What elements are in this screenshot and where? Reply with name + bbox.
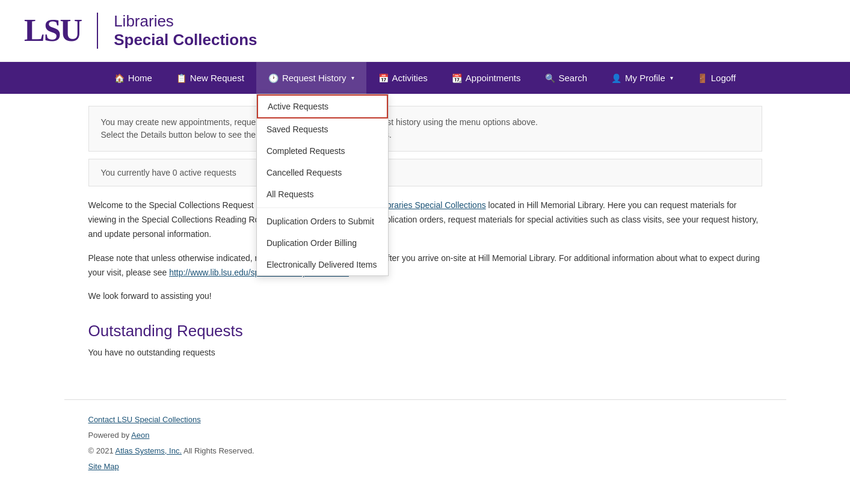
nav-label-appointments: Appointments: [466, 73, 521, 83]
nav-item-home[interactable]: 🏠 Home: [102, 62, 164, 94]
logo-lsu: LSU: [24, 15, 81, 46]
welcome-paragraph2: Please note that unless otherwise indica…: [88, 251, 762, 280]
nav-label-activities: Activities: [392, 73, 428, 83]
info-box: You may create new appointments, request…: [88, 106, 762, 152]
no-requests-text: You have no outstanding requests: [88, 348, 762, 357]
footer-content: Contact LSU Special Collections Powered …: [64, 399, 786, 487]
nav-label-request-history: Request History: [282, 73, 346, 83]
logo-text: Libraries Special Collections: [114, 12, 257, 49]
nav-item-new-request[interactable]: 📋 New Request: [164, 62, 256, 94]
dropdown-item-all-requests[interactable]: All Requests: [257, 183, 388, 205]
site-map-link[interactable]: Site Map: [88, 462, 119, 471]
dropdown-item-completed-requests[interactable]: Completed Requests: [257, 140, 388, 162]
welcome-paragraph1: Welcome to the Special Collections Reque…: [88, 198, 762, 241]
active-requests-text: You currently have 0 active requests: [101, 168, 236, 177]
nav-container: 🏠 Home 📋 New Request 🕐 Request History ▾…: [0, 62, 850, 94]
profile-chevron-icon: ▾: [670, 75, 673, 81]
search-icon: 🔍: [545, 73, 555, 83]
dropdown-item-saved-requests[interactable]: Saved Requests: [257, 118, 388, 140]
nav-item-request-history[interactable]: 🕐 Request History ▾: [256, 62, 366, 94]
dropdown-divider: [257, 207, 388, 208]
appointments-icon: 📆: [452, 73, 462, 83]
request-history-icon: 🕐: [268, 73, 279, 83]
nav-item-search[interactable]: 🔍 Search: [533, 62, 600, 94]
dropdown-item-duplication-billing[interactable]: Duplication Order Billing: [257, 232, 388, 254]
request-history-dropdown: Active Requests Saved Requests Completed…: [256, 94, 389, 276]
nav-label-my-profile: My Profile: [625, 73, 665, 83]
nav-item-activities[interactable]: 📅 Activities: [366, 62, 440, 94]
profile-icon: 👤: [611, 73, 621, 83]
powered-by-text: Powered by: [88, 431, 132, 440]
logo-line1: Libraries: [114, 12, 257, 31]
site-header: LSU Libraries Special Collections: [0, 0, 850, 62]
dropdown-item-duplication-submit[interactable]: Duplication Orders to Submit: [257, 211, 388, 232]
dropdown-item-electronically-delivered[interactable]: Electronically Delivered Items: [257, 254, 388, 275]
welcome-paragraph3: We look forward to assisting you!: [88, 289, 762, 304]
rights-text: All Rights Reserved.: [182, 446, 254, 455]
logo-line2: Special Collections: [114, 31, 257, 49]
aeon-link[interactable]: Aeon: [131, 431, 149, 440]
copyright-text: © 2021: [88, 446, 115, 455]
main-nav: 🏠 Home 📋 New Request 🕐 Request History ▾…: [0, 62, 850, 94]
logoff-icon: 🚪: [697, 73, 707, 83]
home-icon: 🏠: [114, 73, 125, 83]
page-footer: Contact LSU Special Collections Powered …: [0, 399, 850, 487]
outstanding-requests-title: Outstanding Requests: [88, 322, 762, 340]
contact-link[interactable]: Contact LSU Special Collections: [88, 415, 201, 424]
nav-label-search: Search: [559, 73, 588, 83]
nav-label-new-request: New Request: [190, 73, 244, 83]
dropdown-item-cancelled-requests[interactable]: Cancelled Requests: [257, 162, 388, 183]
nav-item-my-profile[interactable]: 👤 My Profile ▾: [599, 62, 685, 94]
nav-label-home: Home: [128, 73, 152, 83]
footer-links: Contact LSU Special Collections Powered …: [88, 412, 762, 475]
nav-item-appointments[interactable]: 📆 Appointments: [440, 62, 533, 94]
nav-label-logoff: Logoff: [711, 73, 736, 83]
dropdown-item-active-requests[interactable]: Active Requests: [257, 94, 388, 118]
active-requests-box: You currently have 0 active requests: [88, 159, 762, 186]
logo-area: LSU Libraries Special Collections: [24, 12, 257, 49]
main-content: You may create new appointments, request…: [64, 94, 786, 399]
nav-item-request-history-wrapper: 🕐 Request History ▾ Active Requests Save…: [256, 62, 366, 94]
logo-divider: [97, 13, 98, 49]
activities-icon: 📅: [378, 73, 389, 83]
atlas-link[interactable]: Atlas Systems, Inc.: [115, 446, 182, 455]
nav-item-logoff[interactable]: 🚪 Logoff: [685, 62, 748, 94]
chevron-down-icon: ▾: [351, 75, 354, 81]
new-request-icon: 📋: [176, 73, 186, 83]
